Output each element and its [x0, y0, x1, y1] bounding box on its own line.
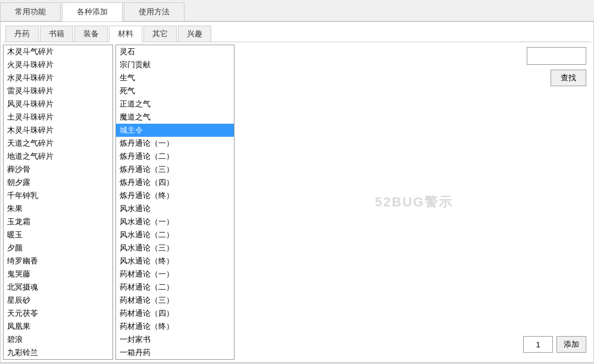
list-item[interactable]: 暖玉 — [4, 228, 112, 241]
middle-item[interactable]: 风水通论（终） — [116, 255, 234, 268]
middle-item[interactable]: 药材通论（一） — [116, 268, 234, 281]
list-item[interactable]: 玉龙霜 — [4, 215, 112, 228]
top-nav-item-common[interactable]: 常用功能 — [0, 2, 61, 21]
list-item[interactable]: 风灵斗珠碎片 — [4, 98, 112, 111]
quantity-input[interactable] — [523, 336, 553, 353]
middle-item[interactable]: 生气 — [116, 71, 234, 84]
list-item[interactable]: 天道之气碎片 — [4, 137, 112, 150]
top-nav: 常用功能 各种添加 使用方法 — [0, 0, 594, 21]
list-item[interactable]: 夕颜 — [4, 241, 112, 255]
search-input[interactable] — [527, 47, 586, 65]
top-nav-item-usage[interactable]: 使用方法 — [124, 2, 185, 21]
qty-row: 添加 — [523, 336, 586, 353]
middle-item[interactable]: 炼丹通论（一） — [116, 137, 234, 150]
middle-item[interactable]: 炼丹通论（二） — [116, 150, 234, 163]
search-button[interactable]: 查找 — [551, 70, 586, 86]
middle-item[interactable]: 灵石 — [116, 45, 234, 58]
sub-tab-zhuangbei[interactable]: 装备 — [74, 26, 108, 42]
middle-item[interactable]: 风水通论（三） — [116, 241, 234, 255]
list-item[interactable]: 凤凰果 — [4, 320, 112, 333]
panels-row: 木灵斗气碎片 火灵斗珠碎片 水灵斗珠碎片 雷灵斗珠碎片 风灵斗珠碎片 土灵斗珠碎… — [3, 45, 591, 360]
middle-item[interactable]: 炼丹通论（三） — [116, 163, 234, 176]
list-item[interactable]: 天元茯苓 — [4, 307, 112, 320]
list-item[interactable]: 木灵斗珠碎片 — [4, 124, 112, 137]
list-item[interactable]: 地道之气碎片 — [4, 150, 112, 163]
middle-item-selected[interactable]: 城主令 — [116, 124, 234, 137]
list-item[interactable]: 朱果 — [4, 202, 112, 215]
list-item[interactable]: 千年钟乳 — [4, 189, 112, 202]
middle-list-panel[interactable]: 灵石 宗门贡献 生气 死气 正道之气 魔道之气 城主令 炼丹通论（一） 炼丹通论… — [115, 45, 235, 360]
add-button[interactable]: 添加 — [557, 336, 586, 353]
sub-tab-cailiao[interactable]: 材料 — [109, 26, 142, 42]
middle-item[interactable]: 风水通论（二） — [116, 228, 234, 241]
middle-item[interactable]: 炼丹通论（四） — [116, 176, 234, 189]
sub-tab-qita[interactable]: 其它 — [143, 26, 177, 42]
list-item[interactable]: 朝夕露 — [4, 176, 112, 189]
middle-item[interactable]: 药材通论（四） — [116, 307, 234, 320]
middle-item[interactable]: 一封家书 — [116, 333, 234, 346]
right-panel: 查找 52BUG警示 添加 — [237, 45, 591, 360]
middle-item[interactable]: 死气 — [116, 84, 234, 98]
middle-item[interactable]: 风水通论 — [116, 202, 234, 215]
list-item[interactable]: 绮罗幽香 — [4, 255, 112, 268]
list-item[interactable]: 葬沙骨 — [4, 163, 112, 176]
middle-item[interactable]: 炼丹通论（终） — [116, 189, 234, 202]
list-item[interactable]: 雷灵斗珠碎片 — [4, 84, 112, 98]
list-item[interactable]: 火灵斗珠碎片 — [4, 58, 112, 71]
middle-item[interactable]: 宗门贡献 — [116, 58, 234, 71]
sub-tab-shujian[interactable]: 书籍 — [40, 26, 73, 42]
list-item[interactable]: 北冥摄魂 — [4, 281, 112, 294]
middle-item[interactable]: 药材通论（终） — [116, 320, 234, 333]
middle-item[interactable]: 药材通论（三） — [116, 294, 234, 307]
main-container: 常用功能 各种添加 使用方法 丹药 书籍 装备 材料 其它 兴趣 木灵斗气碎片 … — [0, 0, 594, 364]
middle-item[interactable]: 风水通论（一） — [116, 215, 234, 228]
list-item[interactable]: 水灵斗珠碎片 — [4, 71, 112, 84]
list-item[interactable]: 木灵斗气碎片 — [4, 45, 112, 58]
middle-item[interactable]: 药材通论（二） — [116, 281, 234, 294]
list-item[interactable]: 碧浪 — [4, 333, 112, 346]
watermark: 52BUG警示 — [375, 193, 453, 211]
list-item[interactable]: 九彩铃兰 — [4, 346, 112, 359]
sub-tab-danyao[interactable]: 丹药 — [5, 26, 39, 42]
middle-item[interactable]: 正道之气 — [116, 98, 234, 111]
middle-item[interactable]: 魔道之气 — [116, 111, 234, 124]
list-item[interactable]: 星辰砂 — [4, 294, 112, 307]
left-list-panel[interactable]: 木灵斗气碎片 火灵斗珠碎片 水灵斗珠碎片 雷灵斗珠碎片 风灵斗珠碎片 土灵斗珠碎… — [3, 45, 113, 360]
middle-item[interactable]: 一箱丹药 — [116, 346, 234, 359]
list-item[interactable]: 土灵斗珠碎片 — [4, 111, 112, 124]
content-area: 丹药 书籍 装备 材料 其它 兴趣 木灵斗气碎片 火灵斗珠碎片 水灵斗珠碎片 雷… — [0, 21, 594, 363]
top-nav-item-add[interactable]: 各种添加 — [62, 2, 123, 21]
sub-tab-xingqu[interactable]: 兴趣 — [178, 26, 211, 42]
list-item[interactable]: 鬼哭藤 — [4, 268, 112, 281]
sub-tabs: 丹药 书籍 装备 材料 其它 兴趣 — [3, 24, 591, 42]
